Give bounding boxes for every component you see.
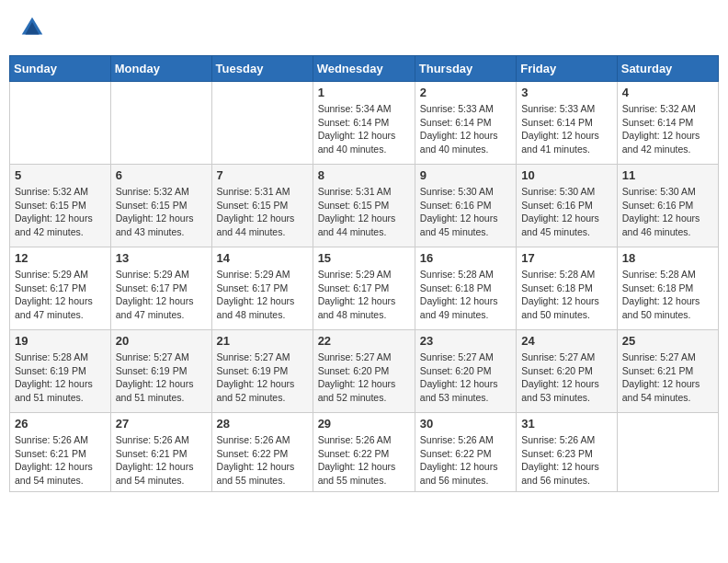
day-number: 12	[15, 251, 106, 265]
day-info: Sunrise: 5:31 AMSunset: 6:15 PMDaylight:…	[318, 185, 410, 239]
calendar-cell: 2Sunrise: 5:33 AMSunset: 6:14 PMDaylight…	[415, 82, 516, 165]
day-number: 24	[521, 334, 612, 348]
day-info: Sunrise: 5:30 AMSunset: 6:16 PMDaylight:…	[622, 185, 713, 239]
day-info: Sunrise: 5:34 AMSunset: 6:14 PMDaylight:…	[318, 102, 410, 156]
calendar-cell: 4Sunrise: 5:32 AMSunset: 6:14 PMDaylight…	[617, 82, 718, 165]
day-number: 31	[521, 417, 612, 431]
calendar-cell: 1Sunrise: 5:34 AMSunset: 6:14 PMDaylight…	[313, 82, 415, 165]
day-number: 6	[116, 168, 207, 182]
calendar-cell: 20Sunrise: 5:27 AMSunset: 6:19 PMDayligh…	[110, 330, 211, 413]
calendar-cell: 18Sunrise: 5:28 AMSunset: 6:18 PMDayligh…	[617, 247, 718, 330]
day-number: 20	[116, 334, 207, 348]
calendar-header-row: SundayMondayTuesdayWednesdayThursdayFrid…	[10, 56, 719, 82]
calendar-cell: 11Sunrise: 5:30 AMSunset: 6:16 PMDayligh…	[617, 165, 718, 247]
day-info: Sunrise: 5:30 AMSunset: 6:16 PMDaylight:…	[521, 185, 612, 239]
calendar-cell: 5Sunrise: 5:32 AMSunset: 6:15 PMDaylight…	[10, 165, 111, 247]
calendar-cell: 8Sunrise: 5:31 AMSunset: 6:15 PMDaylight…	[313, 165, 415, 247]
calendar-cell: 6Sunrise: 5:32 AMSunset: 6:15 PMDaylight…	[110, 165, 211, 247]
calendar-week-row: 1Sunrise: 5:34 AMSunset: 6:14 PMDaylight…	[10, 82, 719, 165]
day-header-sunday: Sunday	[10, 56, 111, 82]
day-info: Sunrise: 5:27 AMSunset: 6:19 PMDaylight:…	[116, 350, 207, 405]
day-number: 30	[420, 417, 511, 431]
day-number: 17	[521, 251, 612, 265]
day-info: Sunrise: 5:26 AMSunset: 6:22 PMDaylight:…	[318, 433, 410, 488]
day-header-saturday: Saturday	[617, 56, 718, 82]
calendar-cell: 26Sunrise: 5:26 AMSunset: 6:21 PMDayligh…	[10, 413, 111, 492]
calendar-week-row: 26Sunrise: 5:26 AMSunset: 6:21 PMDayligh…	[10, 413, 719, 492]
day-info: Sunrise: 5:27 AMSunset: 6:21 PMDaylight:…	[622, 350, 713, 405]
day-number: 15	[318, 251, 410, 265]
day-header-wednesday: Wednesday	[313, 56, 415, 82]
day-number: 9	[420, 168, 511, 182]
day-info: Sunrise: 5:28 AMSunset: 6:18 PMDaylight:…	[420, 268, 511, 322]
day-info: Sunrise: 5:26 AMSunset: 6:23 PMDaylight:…	[521, 433, 612, 488]
day-info: Sunrise: 5:30 AMSunset: 6:16 PMDaylight:…	[420, 185, 511, 239]
calendar-cell: 21Sunrise: 5:27 AMSunset: 6:19 PMDayligh…	[211, 330, 313, 413]
day-info: Sunrise: 5:27 AMSunset: 6:20 PMDaylight:…	[521, 350, 612, 405]
calendar-cell: 29Sunrise: 5:26 AMSunset: 6:22 PMDayligh…	[313, 413, 415, 492]
calendar-cell: 17Sunrise: 5:28 AMSunset: 6:18 PMDayligh…	[517, 247, 618, 330]
day-info: Sunrise: 5:29 AMSunset: 6:17 PMDaylight:…	[15, 268, 106, 322]
day-number: 25	[622, 334, 713, 348]
calendar-cell: 12Sunrise: 5:29 AMSunset: 6:17 PMDayligh…	[10, 247, 111, 330]
day-info: Sunrise: 5:33 AMSunset: 6:14 PMDaylight:…	[521, 102, 612, 156]
day-info: Sunrise: 5:26 AMSunset: 6:22 PMDaylight:…	[420, 433, 511, 488]
logo	[18, 14, 50, 41]
day-info: Sunrise: 5:32 AMSunset: 6:15 PMDaylight:…	[116, 185, 207, 239]
calendar-cell: 15Sunrise: 5:29 AMSunset: 6:17 PMDayligh…	[313, 247, 415, 330]
calendar-cell: 9Sunrise: 5:30 AMSunset: 6:16 PMDaylight…	[415, 165, 516, 247]
calendar-cell	[211, 82, 313, 165]
day-number: 7	[217, 168, 308, 182]
day-number: 28	[217, 417, 308, 431]
day-header-tuesday: Tuesday	[211, 56, 313, 82]
day-info: Sunrise: 5:28 AMSunset: 6:18 PMDaylight:…	[521, 268, 612, 322]
page-header	[9, 9, 719, 46]
logo-icon	[18, 14, 46, 41]
day-number: 1	[318, 86, 410, 99]
day-number: 5	[15, 168, 106, 182]
calendar-cell: 7Sunrise: 5:31 AMSunset: 6:15 PMDaylight…	[211, 165, 313, 247]
day-number: 14	[217, 251, 308, 265]
calendar-cell	[110, 82, 211, 165]
calendar-cell: 24Sunrise: 5:27 AMSunset: 6:20 PMDayligh…	[517, 330, 618, 413]
day-info: Sunrise: 5:31 AMSunset: 6:15 PMDaylight:…	[217, 185, 308, 239]
day-header-thursday: Thursday	[415, 56, 516, 82]
calendar-week-row: 19Sunrise: 5:28 AMSunset: 6:19 PMDayligh…	[10, 330, 719, 413]
day-number: 3	[521, 86, 612, 99]
calendar-cell: 19Sunrise: 5:28 AMSunset: 6:19 PMDayligh…	[10, 330, 111, 413]
day-info: Sunrise: 5:32 AMSunset: 6:15 PMDaylight:…	[15, 185, 106, 239]
calendar-cell: 3Sunrise: 5:33 AMSunset: 6:14 PMDaylight…	[517, 82, 618, 165]
day-info: Sunrise: 5:29 AMSunset: 6:17 PMDaylight:…	[318, 268, 410, 322]
day-info: Sunrise: 5:28 AMSunset: 6:18 PMDaylight:…	[622, 268, 713, 322]
day-number: 2	[420, 86, 511, 99]
day-info: Sunrise: 5:32 AMSunset: 6:14 PMDaylight:…	[622, 102, 713, 156]
day-number: 8	[318, 168, 410, 182]
day-number: 26	[15, 417, 106, 431]
day-number: 4	[622, 86, 713, 99]
calendar-cell: 14Sunrise: 5:29 AMSunset: 6:17 PMDayligh…	[211, 247, 313, 330]
calendar-cell: 28Sunrise: 5:26 AMSunset: 6:22 PMDayligh…	[211, 413, 313, 492]
day-info: Sunrise: 5:27 AMSunset: 6:20 PMDaylight:…	[318, 350, 410, 405]
day-number: 22	[318, 334, 410, 348]
calendar-table: SundayMondayTuesdayWednesdayThursdayFrid…	[9, 55, 719, 492]
day-info: Sunrise: 5:28 AMSunset: 6:19 PMDaylight:…	[15, 350, 106, 405]
day-info: Sunrise: 5:29 AMSunset: 6:17 PMDaylight:…	[217, 268, 308, 322]
day-number: 11	[622, 168, 713, 182]
day-number: 13	[116, 251, 207, 265]
day-number: 27	[116, 417, 207, 431]
calendar-cell	[617, 413, 718, 492]
day-info: Sunrise: 5:27 AMSunset: 6:19 PMDaylight:…	[217, 350, 308, 405]
calendar-cell: 25Sunrise: 5:27 AMSunset: 6:21 PMDayligh…	[617, 330, 718, 413]
day-number: 10	[521, 168, 612, 182]
calendar-cell: 31Sunrise: 5:26 AMSunset: 6:23 PMDayligh…	[517, 413, 618, 492]
day-number: 18	[622, 251, 713, 265]
day-header-monday: Monday	[110, 56, 211, 82]
day-header-friday: Friday	[517, 56, 618, 82]
day-info: Sunrise: 5:26 AMSunset: 6:21 PMDaylight:…	[15, 433, 106, 488]
calendar-cell: 16Sunrise: 5:28 AMSunset: 6:18 PMDayligh…	[415, 247, 516, 330]
day-info: Sunrise: 5:33 AMSunset: 6:14 PMDaylight:…	[420, 102, 511, 156]
day-info: Sunrise: 5:29 AMSunset: 6:17 PMDaylight:…	[116, 268, 207, 322]
calendar-cell: 27Sunrise: 5:26 AMSunset: 6:21 PMDayligh…	[110, 413, 211, 492]
day-number: 23	[420, 334, 511, 348]
day-number: 29	[318, 417, 410, 431]
